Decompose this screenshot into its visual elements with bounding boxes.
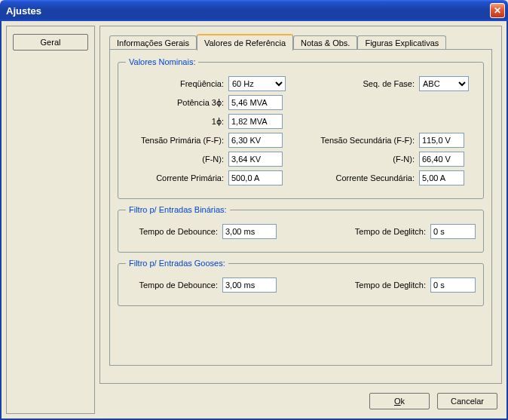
label-corrente-sec: Corrente Secundária:	[303, 173, 415, 182]
label-tensao-sec-ff: Tensão Secundária (F-F):	[303, 136, 415, 145]
dialog-buttons: Ok Cancelar	[99, 388, 502, 414]
label-corrente-prim: Corrente Primária:	[126, 173, 224, 182]
label-bin-deglitch: Tempo de Deglitch:	[303, 227, 426, 236]
tab-figuras-explicativas[interactable]: Figuras Explicativas	[357, 35, 446, 50]
tab-valores-referencia[interactable]: Valores de Referência	[197, 34, 293, 51]
close-button[interactable]: ✕	[490, 3, 505, 18]
input-tensao-prim-fn[interactable]	[228, 152, 283, 167]
group-filtro-gooses: Filtro p/ Entradas Gooses: Tempo de Debo…	[118, 259, 484, 306]
tab-informacoes-gerais[interactable]: Informações Gerais	[109, 35, 197, 50]
title-bar: Ajustes ✕	[0, 0, 508, 21]
group-valores-nominais: Valores Nominais: Freqüência: 60 Hz Seq.…	[118, 57, 484, 199]
label-potencia1: 1ɸ:	[126, 117, 224, 127]
label-tensao-prim-fn: (F-N):	[126, 155, 224, 164]
right-pane: Informações Gerais Valores de Referência…	[99, 26, 502, 414]
sidebar: Geral	[6, 26, 95, 414]
select-seq-fase[interactable]: ABC	[419, 76, 469, 91]
ok-button[interactable]: Ok	[369, 393, 430, 409]
legend-filtro-gooses: Filtro p/ Entradas Gooses:	[126, 259, 228, 268]
group-filtro-binarias: Filtro p/ Entradas Binárias: Tempo de De…	[118, 205, 484, 253]
input-potencia1[interactable]	[228, 114, 283, 129]
label-tensao-prim-ff: Tensão Primária (F-F):	[126, 136, 224, 145]
tab-body: Valores Nominais: Freqüência: 60 Hz Seq.…	[109, 49, 492, 366]
tab-strip: Informações Gerais Valores de Referência…	[109, 34, 492, 50]
input-bin-deglitch[interactable]	[430, 224, 476, 239]
input-potencia3[interactable]	[228, 95, 283, 110]
label-seq-fase: Seq. de Fase:	[303, 79, 415, 88]
main-panel: Informações Gerais Valores de Referência…	[99, 26, 502, 384]
label-frequencia: Freqüência:	[126, 79, 224, 88]
close-icon: ✕	[494, 5, 501, 16]
input-goose-deglitch[interactable]	[430, 277, 476, 293]
window-title: Ajustes	[6, 5, 41, 17]
label-tensao-sec-fn: (F-N):	[303, 155, 415, 164]
ok-label-rest: k	[401, 397, 405, 406]
cancel-button[interactable]: Cancelar	[437, 393, 497, 409]
input-goose-debounce[interactable]	[222, 277, 277, 293]
input-bin-debounce[interactable]	[222, 224, 277, 239]
label-goose-debounce: Tempo de Debounce:	[126, 281, 218, 290]
input-tensao-sec-fn[interactable]	[419, 152, 464, 167]
legend-valores-nominais: Valores Nominais:	[126, 57, 198, 66]
input-tensao-sec-ff[interactable]	[419, 133, 464, 148]
sidebar-item-geral[interactable]: Geral	[13, 34, 88, 51]
input-tensao-prim-ff[interactable]	[228, 133, 283, 148]
legend-filtro-binarias: Filtro p/ Entradas Binárias:	[126, 205, 230, 214]
select-frequencia[interactable]: 60 Hz	[228, 76, 286, 91]
input-corrente-prim[interactable]	[228, 170, 283, 185]
input-corrente-sec[interactable]	[419, 170, 464, 185]
label-goose-deglitch: Tempo de Deglitch:	[303, 281, 426, 290]
label-potencia3: Potência 3ɸ:	[126, 98, 224, 108]
client-area: Geral Informações Gerais Valores de Refe…	[0, 21, 508, 420]
tab-notas-obs[interactable]: Notas & Obs.	[293, 35, 357, 50]
label-bin-debounce: Tempo de Debounce:	[126, 227, 218, 236]
